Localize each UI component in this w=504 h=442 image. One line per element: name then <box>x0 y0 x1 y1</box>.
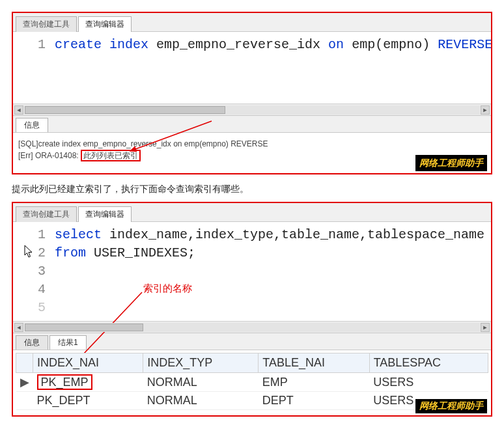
tab-query-editor-1[interactable]: 查询编辑器 <box>78 16 132 32</box>
row-marker-header <box>16 353 33 373</box>
col-table-name[interactable]: TABLE_NAI <box>259 353 369 373</box>
scroll-left-icon[interactable]: ◄ <box>14 323 23 332</box>
annotation-label: 索引的名称 <box>143 282 192 296</box>
code-editor-2[interactable]: 1 2 3 4 5 select index_name,index_type,t… <box>13 222 491 321</box>
message-tabs-1: 信息 <box>13 115 491 133</box>
watermark-2: 网络工程师助手 <box>415 399 487 413</box>
scroll-right-icon[interactable]: ► <box>481 105 490 115</box>
col-index-name[interactable]: INDEX_NAI <box>33 353 143 373</box>
cell-index-name: PK_DEPT <box>33 392 143 410</box>
kw-select: select <box>55 227 102 242</box>
scroll-track-1[interactable] <box>24 105 480 115</box>
line-no: 1 <box>13 226 46 244</box>
tab-query-builder-2[interactable]: 查询创建工具 <box>16 206 77 222</box>
line-no: 5 <box>13 299 46 317</box>
select-cols: index_name,index_type,table_name,tablesp… <box>109 227 484 242</box>
msg-error-prefix: [Err] ORA-01408: <box>18 151 81 160</box>
msg-error-highlight: 此列列表已索引 <box>81 150 141 161</box>
index-target: emp(empno) <box>352 37 430 52</box>
watermark-1: 网络工程师助手 <box>415 155 487 171</box>
result-tabs-2: 信息 结果1 <box>13 333 491 350</box>
code-text-1[interactable]: create index emp_empno_reverse_idx on em… <box>52 32 491 104</box>
tab-info-1[interactable]: 信息 <box>16 118 48 132</box>
scroll-thumb-1[interactable] <box>25 106 225 114</box>
code-editor-1[interactable]: 1 create index emp_empno_reverse_idx on … <box>13 32 491 104</box>
table-row[interactable]: ▶ PK_EMP NORMAL EMP USERS <box>16 373 488 392</box>
sql-panel-2: 查询创建工具 查询编辑器 1 2 3 4 5 select index_name… <box>12 202 492 417</box>
kw-from: from <box>55 245 86 260</box>
tab-query-builder-1[interactable]: 查询创建工具 <box>16 16 77 32</box>
tab-info-2[interactable]: 信息 <box>16 335 48 350</box>
scroll-track-2[interactable] <box>24 323 480 332</box>
index-name: emp_empno_reverse_idx <box>156 37 320 52</box>
cell-tablespace: USERS <box>369 373 488 392</box>
line-gutter-2: 1 2 3 4 5 <box>13 222 52 321</box>
row-marker: ▶ <box>16 373 33 392</box>
tab-result-2[interactable]: 结果1 <box>49 335 87 350</box>
line-gutter-1: 1 <box>13 32 52 104</box>
msg-sql-echo: [SQL]create index emp_empno_reverse_idx … <box>18 138 486 150</box>
cell-index-type: NORMAL <box>143 373 259 392</box>
line-no: 2 <box>13 244 46 262</box>
caption-text: 提示此列已经建立索引了，执行下面命令查询索引有哪些。 <box>12 184 492 195</box>
scroll-left-icon[interactable]: ◄ <box>14 105 23 115</box>
line-no: 3 <box>13 262 46 281</box>
h-scrollbar-1[interactable]: ◄ ► <box>13 104 491 115</box>
kw-on: on <box>328 37 344 52</box>
scroll-right-icon[interactable]: ► <box>481 323 490 332</box>
editor-tabs-1: 查询创建工具 查询编辑器 <box>13 13 491 32</box>
results-area: INDEX_NAI INDEX_TYP TABLE_NAI TABLESPAC … <box>13 350 491 415</box>
kw-reverse: REVERSE <box>438 37 491 52</box>
line-no: 4 <box>13 281 46 299</box>
sql-panel-1: 查询创建工具 查询编辑器 1 create index emp_empno_re… <box>12 12 492 174</box>
code-text-2[interactable]: select index_name,index_type,table_name,… <box>52 222 491 307</box>
from-table: USER_INDEXES; <box>94 245 195 260</box>
col-index-type[interactable]: INDEX_TYP <box>143 353 259 373</box>
cell-table-name: DEPT <box>259 392 369 410</box>
kw-create: create index <box>55 37 148 52</box>
editor-tabs-2: 查询创建工具 查询编辑器 <box>13 203 491 222</box>
line-no: 1 <box>13 36 46 54</box>
cell-index-name: PK_EMP <box>33 373 143 392</box>
cell-index-type: NORMAL <box>143 392 259 410</box>
cell-table-name: EMP <box>259 373 369 392</box>
scroll-thumb-2[interactable] <box>25 324 143 331</box>
h-scrollbar-2[interactable]: ◄ ► <box>13 321 491 333</box>
highlight-index-name: PK_EMP <box>37 374 92 390</box>
row-marker <box>16 392 33 410</box>
message-area-1: [SQL]create index emp_empno_reverse_idx … <box>13 133 491 173</box>
col-tablespace[interactable]: TABLESPAC <box>369 353 488 373</box>
tab-query-editor-2[interactable]: 查询编辑器 <box>78 206 132 222</box>
